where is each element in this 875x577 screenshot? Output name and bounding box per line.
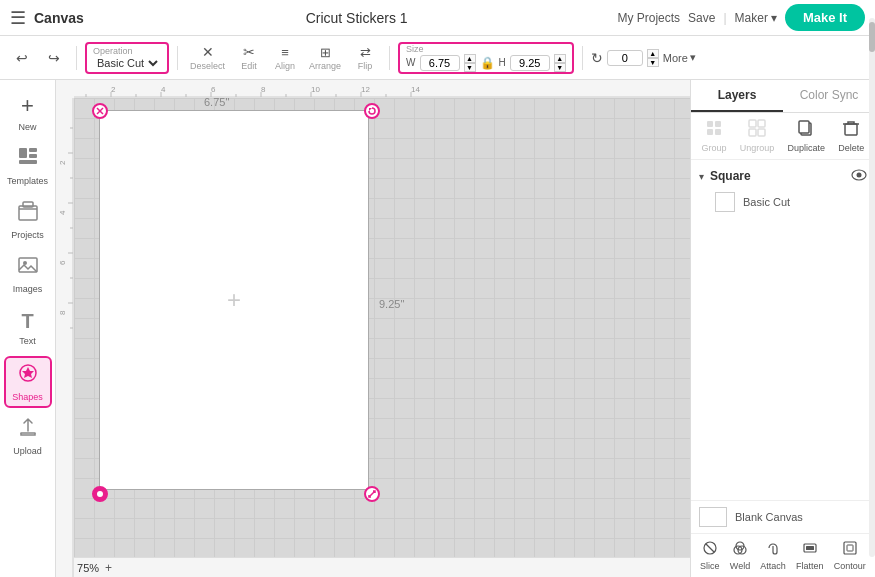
svg-rect-32 [56,98,74,577]
deselect-button[interactable]: ✕ Deselect [186,42,229,73]
selection-handle-bottom-left[interactable] [92,486,108,502]
svg-text:12: 12 [361,85,370,94]
sidebar-item-images[interactable]: Images [4,248,52,300]
attach-label: Attach [760,561,786,571]
svg-text:10: 10 [311,85,320,94]
selection-handle-rotate[interactable] [364,103,380,119]
layer-item[interactable]: Basic Cut [691,188,875,216]
contour-label: Contour [834,561,866,571]
sidebar-item-label: New [18,122,36,132]
slice-button[interactable]: Slice [700,540,720,571]
svg-rect-2 [29,154,37,158]
edit-button[interactable]: ✂ Edit [233,42,265,73]
layer-visibility-icon[interactable] [851,168,867,184]
attach-button[interactable]: Attach [760,540,786,571]
sidebar-item-label: Text [19,336,36,346]
height-spinner[interactable]: ▲ ▼ [554,54,566,72]
ruler-top-svg: 2 4 6 8 10 12 14 [56,80,690,98]
make-it-button[interactable]: Make It [785,4,865,31]
blank-canvas-row[interactable]: Blank Canvas [691,500,875,533]
maker-chevron-icon: ▾ [771,11,777,25]
white-canvas-rect[interactable]: + [99,110,369,490]
save-button[interactable]: Save [688,11,715,25]
tab-layers[interactable]: Layers [691,80,783,112]
width-input[interactable] [420,55,460,71]
images-icon [17,254,39,281]
toolbar: ↩ ↪ Operation Basic Cut Draw Score ✕ Des… [0,36,875,80]
rotate-icon: ↻ [591,50,603,66]
svg-text:4: 4 [58,210,67,215]
redo-button[interactable]: ↪ [40,44,68,72]
size-label: Size [406,44,566,54]
layer-section-square[interactable]: ▾ Square [691,164,875,188]
arrange-button[interactable]: ⊞ Arrange [305,43,345,73]
zoom-in-button[interactable]: + [105,561,112,575]
width-spinner[interactable]: ▲ ▼ [464,54,476,72]
tab-color-sync[interactable]: Color Sync [783,80,875,112]
width-up-button[interactable]: ▲ [464,54,476,63]
layers-list: ▾ Square Basic Cut [691,160,875,500]
height-up-button[interactable]: ▲ [554,54,566,63]
align-button[interactable]: ≡ Align [269,43,301,73]
ungroup-button[interactable]: Ungroup [740,119,775,153]
layer-section-arrow: ▾ [699,171,704,182]
rotate-input[interactable] [607,50,643,66]
contour-icon [842,540,858,559]
slice-icon [702,540,718,559]
text-icon: T [21,310,33,333]
selection-handle-resize[interactable] [364,486,380,502]
operation-select[interactable]: Basic Cut Draw Score [93,56,161,70]
svg-rect-55 [749,120,756,127]
size-group: Size W ▲ ▼ 🔒 H ▲ ▼ [398,42,574,74]
operation-group: Operation Basic Cut Draw Score [85,42,169,74]
rotate-up-button[interactable]: ▲ [647,49,659,58]
top-bar: ☰ Canvas Cricut Stickers 1 My Projects S… [0,0,875,36]
more-button[interactable]: More ▾ [663,51,696,64]
svg-rect-71 [847,545,853,551]
sidebar-item-templates[interactable]: Templates [4,140,52,192]
selection-handle-close[interactable] [92,103,108,119]
group-label: Group [702,143,727,153]
duplicate-label: Duplicate [788,143,826,153]
svg-rect-4 [19,206,37,220]
delete-button[interactable]: Delete [838,119,864,153]
sidebar-item-new[interactable]: + New [4,86,52,138]
flip-button[interactable]: ⇄ Flip [349,43,381,73]
lock-icon[interactable]: 🔒 [480,56,495,70]
canvas-grid[interactable]: 6.75" + 9.25" [74,98,690,557]
svg-rect-3 [19,160,37,164]
contour-button[interactable]: Contour [834,540,866,571]
sidebar-item-text[interactable]: T Text [4,302,52,354]
canvas-area[interactable]: 2 4 6 8 10 12 14 [56,80,690,577]
ruler-left: 2 4 6 8 [56,98,74,577]
ruler-top: 2 4 6 8 10 12 14 [56,80,690,98]
svg-rect-53 [707,129,713,135]
sidebar-item-shapes[interactable]: Shapes [4,356,52,408]
svg-text:8: 8 [261,85,266,94]
height-down-button[interactable]: ▼ [554,63,566,72]
maker-button[interactable]: Maker ▾ [735,11,777,25]
height-label: H [499,57,506,68]
layer-item-label: Basic Cut [743,196,790,208]
panel-scrollbar[interactable] [869,18,875,557]
rotate-down-button[interactable]: ▼ [647,58,659,67]
group-button[interactable]: Group [702,119,727,153]
flatten-button[interactable]: Flatten [796,540,824,571]
right-panel: Layers Color Sync Group Ungroup [690,80,875,577]
menu-icon[interactable]: ☰ [10,7,26,29]
bottom-panel-actions: Slice Weld Attach Flatten [691,533,875,577]
weld-button[interactable]: Weld [730,540,750,571]
my-projects-link[interactable]: My Projects [617,11,680,25]
undo-button[interactable]: ↩ [8,44,36,72]
height-input[interactable] [510,55,550,71]
width-down-button[interactable]: ▼ [464,63,476,72]
rotate-spinner[interactable]: ▲ ▼ [647,49,659,67]
svg-rect-60 [799,121,809,133]
sidebar-item-upload[interactable]: Upload [4,410,52,462]
templates-icon [17,146,39,173]
panel-scrollbar-thumb[interactable] [869,22,875,52]
sidebar-item-projects[interactable]: Projects [4,194,52,246]
operation-label: Operation [93,46,161,56]
canvas-crosshair: + [227,286,241,314]
duplicate-button[interactable]: Duplicate [788,119,826,153]
